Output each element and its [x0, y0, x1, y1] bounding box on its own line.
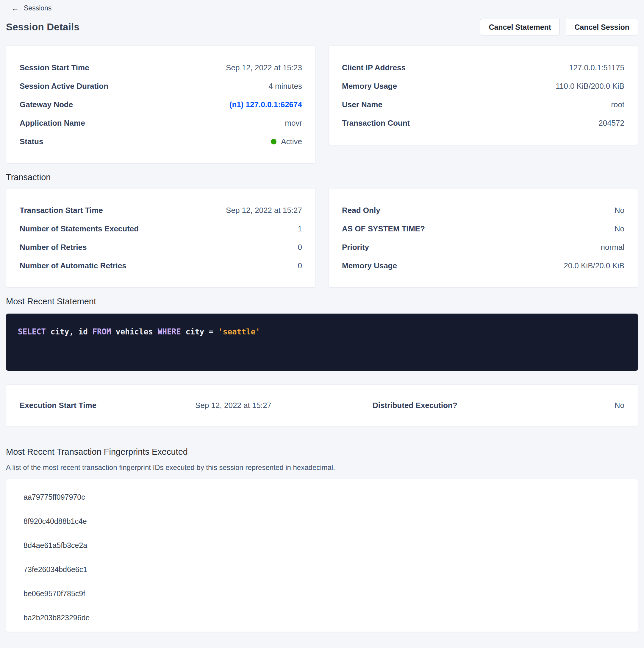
sql-statement-box: SELECT city, id FROM vehicles WHERE city… — [6, 314, 638, 371]
transaction-section-title: Transaction — [6, 172, 638, 182]
sql-text: city = — [181, 327, 218, 336]
summary-label: Memory Usage — [342, 261, 397, 270]
summary-value: root — [611, 100, 624, 109]
gateway-node-link[interactable]: (n1) 127.0.0.1:62674 — [229, 100, 302, 109]
summary-row-transaction-count: Transaction Count 204572 — [342, 114, 624, 132]
cancel-statement-button[interactable]: Cancel Statement — [480, 19, 560, 36]
session-summary-grid: Session Start Time Sep 12, 2022 at 15:23… — [6, 46, 638, 163]
sql-statement: SELECT city, id FROM vehicles WHERE city… — [18, 327, 260, 336]
status-badge: Active — [271, 137, 302, 146]
summary-value: 110.0 KiB/200.0 KiB — [555, 82, 624, 91]
transaction-grid: Transaction Start Time Sep 12, 2022 at 1… — [6, 188, 638, 288]
distributed-execution-row: Distributed Execution? No — [322, 397, 624, 413]
transaction-card-right: Read Only No AS OF SYSTEM TIME? No Prior… — [328, 188, 638, 288]
summary-row-as-of-system-time: AS OF SYSTEM TIME? No — [342, 219, 624, 238]
back-label: Sessions — [24, 4, 52, 12]
sql-text: vehicles — [111, 327, 158, 336]
summary-label: Session Active Duration — [20, 82, 108, 91]
summary-row-client-ip: Client IP Address 127.0.0.1:51175 — [342, 58, 624, 77]
session-details-page: ← Sessions Session Details Cancel Statem… — [0, 0, 644, 644]
summary-row-statements-executed: Number of Statements Executed 1 — [20, 219, 302, 238]
summary-value: Sep 12, 2022 at 15:23 — [226, 63, 302, 72]
summary-value: 20.0 KiB/20.0 KiB — [564, 261, 624, 270]
sql-keyword: SELECT — [18, 327, 46, 336]
summary-row-read-only: Read Only No — [342, 201, 624, 219]
fingerprint-list-item: 8f920c40d88b1c4e — [6, 509, 638, 533]
summary-row-txn-memory-usage: Memory Usage 20.0 KiB/20.0 KiB — [342, 256, 624, 275]
summary-label: Gateway Node — [20, 100, 73, 109]
fingerprint-list-item: be06e9570f785c9f — [6, 582, 638, 606]
summary-label: Distributed Execution? — [372, 401, 457, 410]
execution-card: Execution Start Time Sep 12, 2022 at 15:… — [6, 384, 638, 426]
cancel-session-button[interactable]: Cancel Session — [566, 19, 638, 36]
summary-row-gateway-node: Gateway Node (n1) 127.0.0.1:62674 — [20, 95, 302, 114]
sql-keyword: FROM — [92, 327, 111, 336]
summary-label: Number of Automatic Retries — [20, 261, 126, 270]
summary-label: Number of Statements Executed — [20, 224, 139, 233]
summary-value: normal — [601, 243, 624, 252]
header-actions: Cancel Statement Cancel Session — [480, 19, 638, 36]
fingerprint-list-item: ba2b203b823296de — [6, 606, 638, 630]
summary-row-memory-usage: Memory Usage 110.0 KiB/200.0 KiB — [342, 77, 624, 95]
sql-string-literal: 'seattle' — [218, 327, 260, 336]
transaction-card-left: Transaction Start Time Sep 12, 2022 at 1… — [6, 188, 316, 288]
sql-keyword: WHERE — [158, 327, 181, 336]
summary-label: Number of Retries — [20, 243, 86, 252]
summary-row-priority: Priority normal — [342, 238, 624, 256]
summary-value: No — [614, 206, 624, 215]
summary-value: 0 — [298, 261, 302, 270]
summary-row-txn-start-time: Transaction Start Time Sep 12, 2022 at 1… — [20, 201, 302, 219]
page-title: Session Details — [6, 21, 79, 33]
summary-value: 204572 — [598, 118, 624, 128]
summary-row-user-name: User Name root — [342, 95, 624, 114]
fingerprint-list-item: 73fe26034bd6e6c1 — [6, 557, 638, 582]
execution-start-time-row: Execution Start Time Sep 12, 2022 at 15:… — [20, 397, 322, 413]
summary-label: Priority — [342, 243, 369, 252]
summary-value: 1 — [298, 224, 302, 233]
summary-value: 127.0.0.1:51175 — [569, 63, 624, 72]
summary-value: 4 minutes — [269, 82, 302, 91]
summary-label: Transaction Count — [342, 118, 410, 128]
sql-text: city, id — [46, 327, 93, 336]
summary-row-status: Status Active — [20, 132, 302, 151]
fingerprints-section-title: Most Recent Transaction Fingerprints Exe… — [6, 447, 638, 457]
summary-row-session-active-duration: Session Active Duration 4 minutes — [20, 77, 302, 95]
summary-value: Sep 12, 2022 at 15:27 — [226, 206, 302, 215]
summary-label: Client IP Address — [342, 63, 406, 72]
summary-label: Application Name — [20, 118, 85, 128]
summary-value: 0 — [298, 243, 302, 252]
summary-row-automatic-retries: Number of Automatic Retries 0 — [20, 256, 302, 275]
fingerprints-description: A list of the most recent transaction fi… — [6, 464, 638, 472]
fingerprint-list-item: 8d4ae61a5fb3ce2a — [6, 533, 638, 557]
summary-label: Execution Start Time — [20, 401, 97, 410]
status-text: Active — [281, 137, 302, 146]
statement-section-title: Most Recent Statement — [6, 296, 638, 307]
status-active-dot-icon — [271, 139, 277, 145]
summary-label: Session Start Time — [20, 63, 89, 72]
summary-label: Transaction Start Time — [20, 206, 103, 215]
summary-label: Status — [20, 137, 43, 146]
summary-label: Memory Usage — [342, 82, 397, 91]
session-summary-card-right: Client IP Address 127.0.0.1:51175 Memory… — [328, 46, 638, 145]
summary-value: Sep 12, 2022 at 15:27 — [195, 401, 272, 410]
page-header: Session Details Cancel Statement Cancel … — [6, 19, 638, 36]
summary-label: AS OF SYSTEM TIME? — [342, 224, 425, 233]
back-link[interactable]: ← Sessions — [11, 4, 52, 12]
fingerprints-card: aa79775ff097970c 8f920c40d88b1c4e 8d4ae6… — [6, 479, 638, 632]
summary-value: movr — [285, 118, 302, 128]
summary-row-retries: Number of Retries 0 — [20, 238, 302, 256]
summary-row-application-name: Application Name movr — [20, 114, 302, 132]
back-arrow-icon: ← — [11, 4, 19, 12]
summary-value: No — [614, 224, 624, 233]
session-summary-card-left: Session Start Time Sep 12, 2022 at 15:23… — [6, 46, 316, 163]
summary-label: Read Only — [342, 206, 380, 215]
summary-row-session-start-time: Session Start Time Sep 12, 2022 at 15:23 — [20, 58, 302, 77]
summary-label: User Name — [342, 100, 383, 109]
summary-value: No — [614, 401, 624, 410]
fingerprint-list-item: aa79775ff097970c — [6, 485, 638, 509]
